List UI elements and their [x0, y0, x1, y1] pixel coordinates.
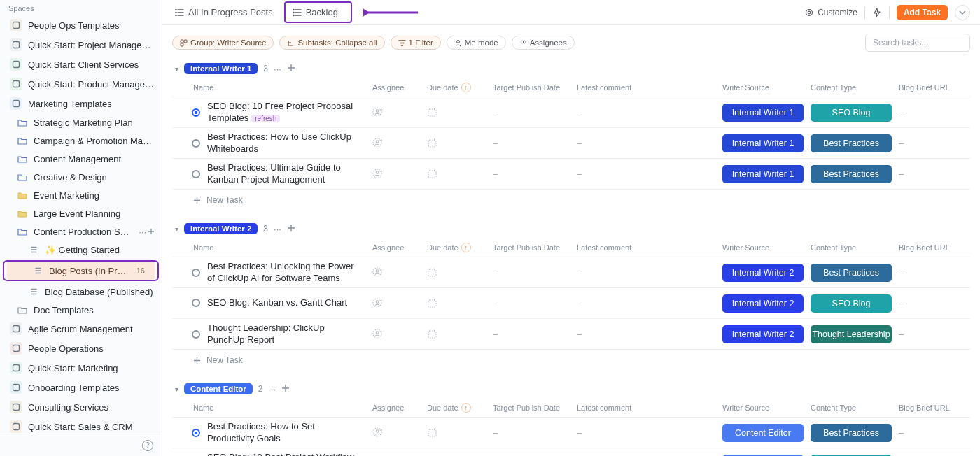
calendar-icon[interactable] [427, 169, 438, 179]
col-content-type[interactable]: Content Type [806, 83, 895, 92]
tab-backlog[interactable]: Backlog [284, 1, 352, 23]
cell-latest-comment[interactable]: – [573, 138, 718, 148]
sidebar-item[interactable]: Blog Posts (In Progress)16 [7, 262, 155, 280]
content-type-tag[interactable]: Best Practices [811, 264, 892, 282]
content-type-tag[interactable]: SEO Blog [811, 104, 892, 122]
sidebar-item[interactable]: Quick Start: Product Management [0, 74, 162, 94]
cell-publish-date[interactable]: – [489, 298, 573, 308]
status-dot[interactable] [192, 139, 200, 148]
status-dot[interactable] [192, 299, 200, 307]
task-row[interactable]: SEO Blog: Kanban vs. Gantt Chart – – Int… [172, 288, 970, 319]
group-name-badge[interactable]: Internal Writer 1 [184, 63, 258, 74]
col-blog-brief-url[interactable]: Blog Brief URL [895, 243, 965, 252]
task-row[interactable]: Best Practices: How to Set Productivity … [172, 418, 970, 448]
collapse-toggle[interactable]: ▾ [175, 385, 178, 393]
writer-source-tag[interactable]: Internal Writer 1 [722, 104, 804, 122]
task-row[interactable]: SEO Blog: 10 Free Project Proposal Templ… [172, 97, 970, 128]
sidebar-item[interactable]: Doc Templates [0, 301, 162, 319]
col-due-date[interactable]: Due date ↑ [423, 403, 489, 413]
add-task-menu[interactable] [955, 5, 970, 20]
sidebar-item[interactable]: Content Production Scali…··· [0, 222, 162, 241]
content-type-tag[interactable]: Best Practices [811, 424, 892, 442]
sidebar-item[interactable]: People Ops Templates [0, 15, 162, 35]
calendar-icon[interactable] [427, 427, 438, 438]
sidebar-item[interactable]: Onboarding Templates [0, 378, 162, 397]
cell-publish-date[interactable]: – [489, 107, 573, 117]
sidebar-item[interactable]: Marketing Templates [0, 94, 162, 113]
col-name[interactable]: Name [172, 404, 368, 412]
sidebar-item[interactable]: Campaign & Promotion Manage… [0, 131, 162, 150]
task-row[interactable]: SEO Blog: 10 Best Project Workflow Apps … [172, 448, 970, 456]
sidebar-item[interactable]: Consulting Services [0, 397, 162, 417]
cell-latest-comment[interactable]: – [573, 298, 718, 308]
sidebar-item[interactable]: Quick Start: Marketing [0, 358, 162, 378]
help-icon[interactable]: ? [142, 440, 153, 451]
assign-person-icon[interactable] [372, 298, 384, 309]
cell-brief-url[interactable]: – [895, 427, 965, 438]
writer-source-tag[interactable]: Internal Writer 2 [722, 294, 804, 313]
sidebar-item[interactable]: Quick Start: Project Management [0, 35, 162, 55]
col-latest-comment[interactable]: Latest comment [573, 404, 718, 412]
status-dot[interactable] [192, 170, 200, 178]
group-add-icon[interactable] [287, 224, 295, 232]
assign-person-icon[interactable] [372, 267, 384, 278]
cell-brief-url[interactable]: – [895, 267, 965, 278]
group-more-icon[interactable]: ··· [274, 224, 281, 234]
status-dot[interactable] [192, 429, 200, 437]
sidebar-item[interactable]: People Operations [0, 339, 162, 358]
sidebar-item[interactable]: Creative & Design [0, 168, 162, 186]
cell-publish-date[interactable]: – [489, 138, 573, 148]
cell-latest-comment[interactable]: – [573, 427, 718, 438]
content-type-tag[interactable]: Thought Leadership [811, 325, 892, 343]
col-name[interactable]: Name [172, 83, 368, 92]
col-due-date[interactable]: Due date ↑ [423, 243, 489, 252]
cell-publish-date[interactable]: – [489, 427, 573, 438]
col-blog-brief-url[interactable]: Blog Brief URL [895, 404, 965, 412]
content-type-tag[interactable]: SEO Blog [811, 294, 892, 313]
group-add-icon[interactable] [287, 64, 295, 72]
new-task-button[interactable]: New Task [172, 350, 970, 371]
content-type-tag[interactable]: Best Practices [811, 134, 892, 152]
task-row[interactable]: Best Practices: Unlocking the Power of C… [172, 257, 970, 288]
calendar-icon[interactable] [427, 329, 438, 339]
task-row[interactable]: Best Practices: How to Use ClickUp White… [172, 128, 970, 159]
me-mode-pill[interactable]: Me mode [447, 36, 506, 50]
calendar-icon[interactable] [427, 298, 438, 308]
group-name-badge[interactable]: Content Editor [184, 383, 253, 394]
cell-latest-comment[interactable]: – [573, 267, 718, 278]
status-dot[interactable] [192, 330, 200, 339]
customize-button[interactable]: Customize [804, 8, 858, 17]
task-row[interactable]: Thought Leadership: ClickUp PunchUp Repo… [172, 319, 970, 350]
assign-person-icon[interactable] [372, 427, 384, 439]
group-more-icon[interactable]: ··· [274, 64, 281, 74]
calendar-icon[interactable] [427, 267, 438, 278]
col-assignee[interactable]: Assignee [368, 83, 423, 92]
writer-source-tag[interactable]: Internal Writer 2 [722, 264, 804, 282]
assign-person-icon[interactable] [372, 329, 384, 340]
sidebar-item[interactable]: Large Event Planning [0, 204, 162, 222]
cell-latest-comment[interactable]: – [573, 329, 718, 339]
group-pill[interactable]: Group: Writer Source [172, 36, 274, 50]
col-name[interactable]: Name [172, 243, 368, 252]
collapse-toggle[interactable]: ▾ [175, 225, 178, 233]
assign-person-icon[interactable] [372, 138, 384, 149]
assign-person-icon[interactable] [372, 169, 384, 180]
calendar-icon[interactable] [427, 138, 438, 148]
col-due-date[interactable]: Due date ↑ [423, 83, 489, 92]
collapse-toggle[interactable]: ▾ [175, 65, 178, 73]
col-latest-comment[interactable]: Latest comment [573, 83, 718, 92]
sidebar-item[interactable]: Content Management [0, 150, 162, 168]
assignees-pill[interactable]: Assignees [512, 36, 575, 50]
col-publish-date[interactable]: Target Publish Date [489, 243, 573, 252]
col-publish-date[interactable]: Target Publish Date [489, 404, 573, 412]
status-dot[interactable] [192, 108, 200, 117]
task-row[interactable]: Best Practices: Ultimate Guide to Kanban… [172, 159, 970, 190]
tab-all-in-progress[interactable]: All In Progress Posts [168, 4, 280, 20]
status-dot[interactable] [192, 269, 200, 277]
new-task-button[interactable]: New Task [172, 190, 970, 211]
cell-publish-date[interactable]: – [489, 329, 573, 339]
group-add-icon[interactable] [281, 384, 290, 392]
sidebar-item[interactable]: Quick Start: Client Services [0, 55, 162, 74]
sidebar-item[interactable]: ✨ Getting Started [0, 241, 162, 259]
sidebar-item[interactable]: Event Marketing [0, 186, 162, 204]
